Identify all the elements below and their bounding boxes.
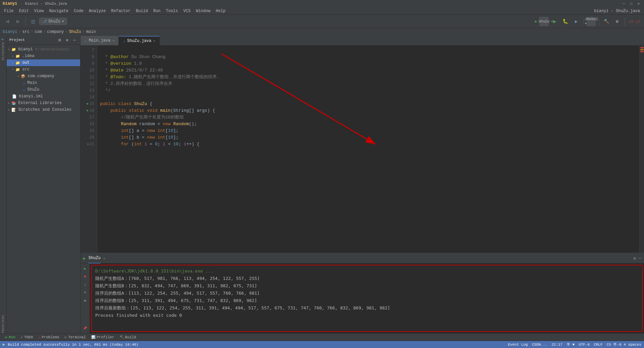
breadcrumb-shuju[interactable]: ShuZu bbox=[69, 30, 81, 34]
code-area[interactable]: * @author Du Shun Chang * @version 1.0 *… bbox=[97, 46, 639, 253]
close-button[interactable]: ✕ bbox=[636, 1, 641, 6]
sidebar-item-main[interactable]: ☕ Main bbox=[7, 80, 80, 86]
run-panel-minimize-icon[interactable]: — bbox=[639, 256, 641, 261]
run-tab-close[interactable]: ✕ bbox=[103, 256, 105, 260]
run-pin-btn[interactable]: 📌 bbox=[80, 325, 90, 332]
java-icon-tab-main: ☕ bbox=[85, 39, 87, 43]
sidebar-item-com-company[interactable]: 📦 com.company bbox=[7, 73, 80, 80]
run-filter-btn[interactable]: ⊛ bbox=[80, 297, 90, 304]
bottom-tab-profiler[interactable]: 📊 Profiler bbox=[89, 334, 117, 341]
toolbar-sep2 bbox=[584, 17, 584, 26]
run-restart-btn[interactable]: ▶ bbox=[80, 265, 90, 272]
sep5: › bbox=[83, 30, 85, 34]
coverage-button[interactable]: ▶ bbox=[572, 17, 581, 26]
run-config-name: ShuZu bbox=[538, 19, 549, 23]
run-panel-header: ▶ ShuZu ✕ ⚙ — bbox=[80, 253, 644, 263]
sidebar-item-shuzu[interactable]: ☕ ShuZu bbox=[7, 86, 80, 93]
java-icon-tab-shuzu: ☕ bbox=[123, 39, 125, 43]
tree-path-bianyi: H:\Desktop\bianyi bbox=[34, 48, 69, 51]
tab-shuzu-java[interactable]: ☕ ShuZu.java ✕ bbox=[119, 36, 160, 45]
settings-sidebar-icon[interactable]: ⚙ bbox=[64, 37, 70, 43]
menu-refactor[interactable]: Refactor bbox=[108, 7, 133, 15]
menu-window[interactable]: Window bbox=[193, 7, 213, 15]
gutter-warn-1 bbox=[640, 49, 644, 50]
run-step-btn[interactable]: ↓ bbox=[80, 281, 90, 288]
run-stop-btn[interactable]: ■ bbox=[80, 273, 90, 280]
status-right: Event Log CSDN... 22:17 半 ♥ UTF-8 CRLF C… bbox=[508, 342, 641, 347]
breadcrumb-src[interactable]: src bbox=[22, 30, 30, 34]
debug-button[interactable]: 🐛 bbox=[561, 17, 570, 26]
collapse-all-icon[interactable]: ⊟ bbox=[57, 37, 63, 43]
toolbar-sep4 bbox=[625, 17, 625, 26]
run-scheme-selector[interactable]: ▶ ShuZu ▾ bbox=[539, 17, 549, 26]
status-crlf[interactable]: CRLF bbox=[594, 343, 602, 347]
editor-content[interactable]: 7 8 9 10 11 12 13 14 ▶15 ▶16 17 18 19 20… bbox=[80, 46, 644, 253]
sidebar-item-out[interactable]: 📁 out bbox=[7, 59, 80, 66]
minimize-button[interactable]: ─ bbox=[621, 1, 627, 6]
branch-selector[interactable]: ⎇ ShuZu ▾ bbox=[39, 18, 67, 25]
sidebar-item-bianyi[interactable]: 📁 bianyi H:\Desktop\bianyi bbox=[7, 46, 80, 53]
app-name: bianyi bbox=[3, 1, 17, 6]
run-scroll-btn[interactable]: ≡ bbox=[80, 289, 90, 296]
sidebar-item-iml[interactable]: 📄 bianyi.iml bbox=[7, 93, 80, 100]
build-button[interactable]: 🔨 bbox=[602, 17, 611, 26]
breadcrumb-bianyi[interactable]: bianyi bbox=[3, 30, 17, 34]
arrow-src bbox=[12, 68, 14, 71]
scratches-icon: 📝 bbox=[11, 108, 16, 112]
arrow-ext-libs bbox=[8, 101, 10, 105]
run-panel-settings-icon[interactable]: ⚙ bbox=[633, 256, 636, 261]
favorites-icon[interactable]: Favorites bbox=[1, 315, 5, 333]
bottom-tab-build[interactable]: 🔨 Build bbox=[117, 334, 139, 341]
code-line-21: for (int i = 0; i < 10; i++) { bbox=[100, 141, 637, 148]
java-icon-main: ☕ bbox=[23, 81, 25, 86]
status-event-log[interactable]: Event Log bbox=[508, 343, 528, 347]
breadcrumb-main[interactable]: main bbox=[86, 30, 96, 34]
menu-tools[interactable]: Tools bbox=[163, 7, 181, 15]
run-tab-label[interactable]: ShuZu bbox=[89, 253, 101, 263]
menu-edit[interactable]: Edit bbox=[16, 7, 32, 15]
code-line-10: * @date 2021/9/7 22:48 bbox=[100, 67, 637, 74]
line-num-20: 20 bbox=[82, 134, 94, 141]
line-num-8: 8 bbox=[82, 54, 94, 60]
tab-main-java[interactable]: ☕ Main.java ✕ bbox=[80, 36, 119, 45]
output-line-7: Process finished with exit code 0 bbox=[95, 312, 639, 319]
toolbar-sep1 bbox=[25, 17, 26, 26]
title-bar-controls[interactable]: ─ □ ✕ bbox=[621, 1, 641, 6]
restore-button[interactable]: □ bbox=[629, 1, 634, 6]
arrow-com-company bbox=[17, 74, 19, 78]
jrebel-button[interactable]: JRebel ▾ bbox=[587, 17, 596, 26]
settings-button[interactable]: ⚙ bbox=[612, 17, 622, 26]
menu-navigate[interactable]: Navigate bbox=[46, 7, 71, 15]
sidebar-item-idea[interactable]: 📁 .idea bbox=[7, 53, 80, 59]
menu-build[interactable]: Build bbox=[133, 7, 151, 15]
structure-icon[interactable]: Structure bbox=[1, 42, 5, 60]
back-button[interactable]: ◁ bbox=[3, 17, 12, 26]
tab-shuzu-close[interactable]: ✕ bbox=[153, 39, 155, 43]
status-utf8[interactable]: UTF-8 bbox=[579, 343, 590, 347]
menu-analyze[interactable]: Analyze bbox=[86, 7, 108, 15]
forward-button[interactable]: ▷ bbox=[13, 17, 23, 26]
toolbar-sep3 bbox=[599, 17, 599, 26]
sidebar-item-ext-libs[interactable]: 📚 External Libraries bbox=[7, 100, 80, 106]
bottom-tab-run[interactable]: ▶ Run bbox=[3, 334, 18, 341]
tab-main-close[interactable]: ✕ bbox=[112, 39, 114, 43]
line-num-15: ▶15 bbox=[82, 101, 94, 107]
bottom-tab-problems[interactable]: △ Problems bbox=[36, 334, 62, 341]
sep3: › bbox=[43, 30, 46, 34]
close-sidebar-icon[interactable]: — bbox=[71, 37, 77, 43]
menu-view[interactable]: View bbox=[32, 7, 47, 15]
menu-code[interactable]: Code bbox=[71, 7, 86, 15]
project-icon-strip[interactable]: P bbox=[1, 38, 5, 40]
menu-vcs[interactable]: VCS bbox=[181, 7, 194, 15]
menu-file[interactable]: File bbox=[1, 7, 16, 15]
run-button[interactable]: ▶ bbox=[550, 17, 559, 26]
breadcrumb-com[interactable]: com bbox=[35, 30, 42, 34]
sidebar-item-src[interactable]: 📁 src bbox=[7, 66, 80, 73]
bottom-tab-todo[interactable]: ✓ TODO bbox=[18, 334, 36, 341]
sidebar-item-scratches[interactable]: 📝 Scratches and Consoles bbox=[7, 106, 80, 113]
bottom-tab-terminal[interactable]: ▷ Terminal bbox=[62, 334, 89, 341]
breadcrumb-company[interactable]: company bbox=[47, 30, 64, 34]
menu-help[interactable]: Help bbox=[213, 7, 228, 15]
menu-run[interactable]: Run bbox=[151, 7, 163, 15]
line-num-12: 12 bbox=[82, 81, 94, 87]
